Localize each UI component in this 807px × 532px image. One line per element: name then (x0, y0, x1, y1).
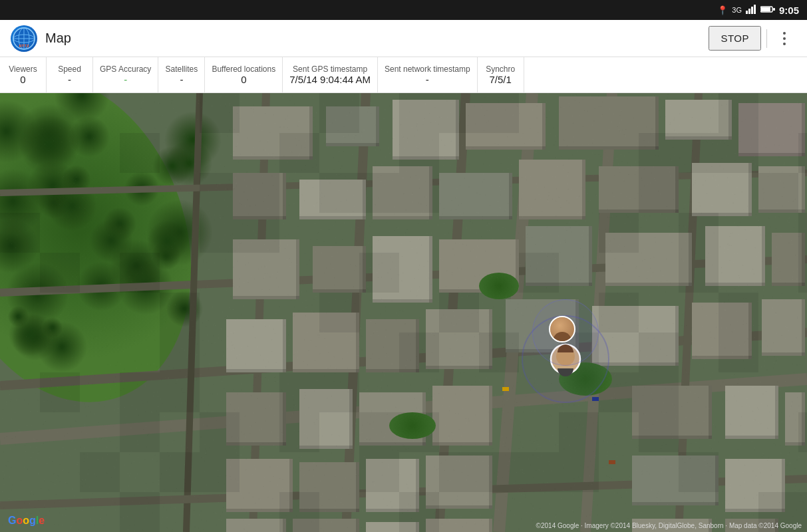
app-title: Map (45, 31, 709, 46)
location-marker (549, 316, 582, 349)
google-logo-text: Google (8, 515, 45, 527)
stat-item-speed: Speed- (47, 57, 93, 92)
location-pin-icon: 📍 (717, 5, 728, 15)
stop-button[interactable]: STOP (709, 26, 761, 51)
status-bar: 📍 3G 9:05 (0, 0, 807, 20)
stat-item-buffered-locations: Buffered locations0 (205, 57, 283, 92)
svg-rect-0 (746, 11, 748, 14)
stat-item-sent-gps-timestamp: Sent GPS timestamp7/5/14 9:04:44 AM (283, 57, 378, 92)
stat-label-3: Satellites (166, 65, 198, 74)
stat-label-6: Sent network timestamp (385, 65, 470, 74)
more-options-button[interactable] (772, 27, 796, 51)
stat-label-5: Sent GPS timestamp (293, 65, 367, 74)
stat-label-1: Speed (58, 65, 81, 74)
stat-label-7: Synchro (486, 65, 515, 74)
stat-value-7: 7/5/1 (490, 74, 512, 85)
stat-value-3: - (180, 74, 183, 85)
google-watermark: Google (8, 515, 45, 527)
app-icon-text: RTT2 (19, 44, 29, 48)
globe-icon: RTT2 (13, 27, 35, 50)
status-icons: 📍 3G 9:05 (717, 5, 799, 16)
svg-rect-1 (748, 9, 750, 14)
stat-label-4: Buffered locations (212, 65, 275, 74)
svg-rect-2 (751, 7, 753, 14)
svg-rect-3 (754, 5, 756, 14)
app-bar: RTT2 Map STOP (0, 20, 807, 57)
stat-value-0: 0 (20, 74, 25, 85)
map-container[interactable]: Google ©2014 Google · Imagery ©2014 Blue… (0, 93, 807, 532)
map-canvas[interactable] (0, 93, 807, 532)
stats-bar: Viewers0Speed-GPS Accuracy-Satellites-Bu… (0, 57, 807, 93)
user-avatar (549, 316, 575, 342)
app-icon: RTT2 (11, 25, 37, 52)
stat-value-5: 7/5/14 9:04:44 AM (289, 74, 371, 85)
status-time: 9:05 (779, 5, 799, 16)
three-dots-icon (783, 32, 786, 45)
battery-icon (760, 5, 775, 15)
network-icon: 3G (732, 6, 742, 14)
stat-value-1: - (68, 74, 71, 85)
stat-item-viewers: Viewers0 (0, 57, 47, 92)
stat-value-2: - (124, 74, 127, 85)
copyright-text: ©2014 Google · Imagery ©2014 Bluesky, Di… (536, 522, 802, 529)
stat-item-sent-network-timestamp: Sent network timestamp- (378, 57, 478, 92)
stat-label-2: GPS Accuracy (100, 65, 151, 74)
stat-value-6: - (426, 74, 429, 85)
svg-rect-5 (761, 7, 770, 11)
avatar-face (550, 317, 574, 341)
action-divider (766, 29, 767, 48)
stat-item-satellites: Satellites- (158, 57, 205, 92)
stat-label-0: Viewers (9, 65, 37, 74)
svg-rect-6 (773, 8, 775, 11)
stat-item-gps-accuracy: GPS Accuracy- (93, 57, 158, 92)
stat-value-4: 0 (241, 74, 246, 85)
signal-bars-icon (746, 5, 756, 16)
app-bar-actions: STOP (709, 26, 796, 51)
stat-item-synchro: Synchro7/5/1 (478, 57, 524, 92)
